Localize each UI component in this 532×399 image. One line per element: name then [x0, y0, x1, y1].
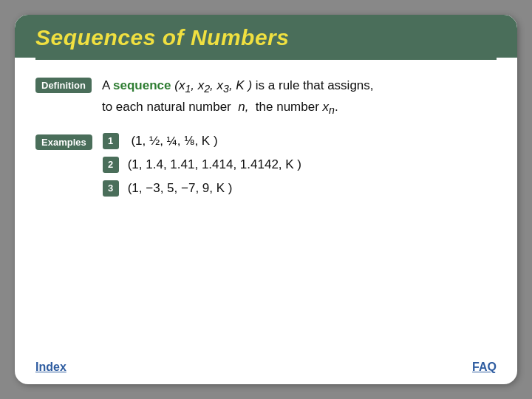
example-row-3: 3 (1, −3, 5, −7, 9, K ): [103, 180, 301, 197]
content-area: Definition A sequence (x1, x2, x3, K ) i…: [15, 60, 517, 355]
example-row-2: 2 (1, 1.4, 1.41, 1.414, 1.4142, K ): [103, 157, 301, 173]
examples-section: Examples 1 (1, ½, ¼, ⅛, K ) 2 (1, 1.4, 1…: [35, 133, 497, 197]
faq-link[interactable]: FAQ: [472, 361, 497, 374]
def-line2: to each natural number n, the number xn.: [102, 100, 338, 114]
def-sequence-word: sequence: [113, 78, 171, 92]
examples-list: 1 (1, ½, ¼, ⅛, K ) 2 (1, 1.4, 1.41, 1.41…: [103, 133, 301, 197]
definition-badge: Definition: [35, 78, 92, 93]
example-num-3: 3: [103, 180, 119, 197]
definition-text: A sequence (x1, x2, x3, K ) is a rule th…: [102, 76, 374, 120]
examples-badge: Examples: [35, 134, 92, 150]
footer: Index FAQ: [15, 355, 517, 384]
def-a: A: [102, 78, 113, 92]
index-link[interactable]: Index: [35, 361, 66, 374]
slide-title: Sequences of Numbers: [35, 25, 497, 50]
example-num-1: 1: [103, 133, 119, 149]
def-post: is a rule that assigns,: [256, 78, 374, 92]
def-math-seq: (x1, x2, x3, K ): [171, 78, 256, 92]
example-text-2: (1, 1.4, 1.41, 1.414, 1.4142, K ): [128, 157, 301, 172]
slide: Sequences of Numbers Definition A sequen…: [15, 15, 517, 384]
example-text-3: (1, −3, 5, −7, 9, K ): [128, 181, 233, 196]
example-row-1: 1 (1, ½, ¼, ⅛, K ): [103, 133, 301, 149]
example-text-1: (1, ½, ¼, ⅛, K ): [128, 134, 218, 149]
slide-header: Sequences of Numbers: [15, 15, 517, 58]
definition-row: Definition A sequence (x1, x2, x3, K ) i…: [35, 76, 497, 120]
example-num-2: 2: [103, 157, 119, 173]
